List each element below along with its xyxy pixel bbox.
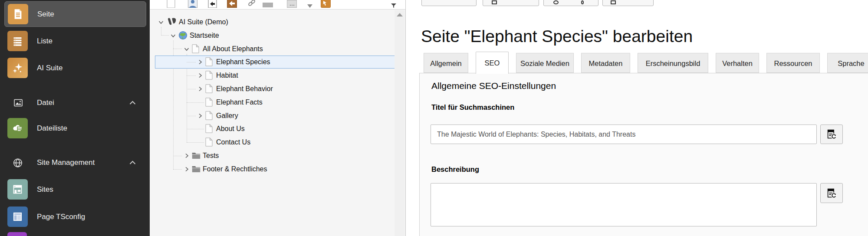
tree-item-startseite[interactable]: Startseite [150, 29, 395, 42]
tree-item-ai-suite-demo[interactable]: AI Suite (Demo) [150, 16, 395, 29]
tab-allgemein[interactable]: Allgemein [424, 53, 468, 73]
chevron-down-icon[interactable] [170, 33, 176, 39]
backend-user-section-page-icon[interactable] [187, 0, 198, 8]
tab-sprache[interactable]: Sprache [827, 53, 868, 73]
page-tree-toolbar [150, 0, 405, 10]
chevron-down-icon[interactable] [184, 46, 190, 52]
chevron-right-icon[interactable] [184, 166, 190, 172]
chevron-right-icon[interactable] [197, 72, 203, 79]
folder-icon [192, 152, 201, 159]
sidebar-item-label: Sites [37, 185, 53, 194]
tree-item-label: AI Suite (Demo) [179, 16, 228, 29]
tree-item-label: Tests [203, 149, 219, 162]
page-title: Seite "Elephant Species" bearbeiten [421, 27, 693, 46]
ai-generate-description-button[interactable] [820, 183, 843, 203]
sidebar-item-seite-content[interactable]: Seite [0, 4, 150, 24]
docheader-button-1[interactable] [421, 0, 477, 6]
tab-soziale-medien[interactable]: Soziale Medien [516, 53, 574, 73]
mountpoint-page-icon[interactable] [227, 0, 237, 8]
sidebar-item-datei[interactable]: Datei [0, 98, 150, 108]
tree-item-about-us[interactable]: About Us [150, 122, 395, 135]
tree-item-footer-rechtliches[interactable]: Footer & Rechtliches [150, 163, 395, 176]
sidebar-item-sites[interactable]: Sites [0, 179, 150, 200]
tree-item-label: All About Elephants [203, 43, 263, 56]
next-module-icon-partial[interactable] [7, 232, 27, 236]
tab-metadaten[interactable]: Metadaten [581, 53, 630, 73]
tree-item-label: About Us [216, 122, 245, 135]
more-page-types-icon[interactable] [307, 0, 313, 8]
ai-generate-title-button[interactable] [820, 125, 843, 144]
page-icon [205, 57, 213, 66]
docheader-button-icon [553, 0, 559, 4]
tab-verhalten[interactable]: Verhalten [716, 53, 759, 73]
chevron-right-icon[interactable] [197, 59, 203, 65]
section-heading: Allgemeine SEO-Einstellungen [431, 81, 556, 91]
seo-description-textarea[interactable] [431, 183, 817, 226]
sites-module-icon [7, 179, 28, 200]
docheader-button-4[interactable] [602, 0, 654, 6]
tree-scrollbar[interactable] [395, 10, 405, 236]
chevron-up-icon[interactable] [129, 101, 136, 105]
docheader-button-2[interactable] [483, 0, 539, 6]
page-icon [205, 71, 213, 80]
chevron-right-icon[interactable] [197, 113, 203, 119]
link-page-icon[interactable] [247, 0, 257, 8]
chevron-right-icon[interactable] [184, 153, 190, 159]
sidebar-item-ai-suite[interactable]: AI Suite [0, 58, 150, 78]
tree-item-label: Elephant Species [216, 56, 270, 69]
drag-new-page-icon[interactable] [320, 0, 331, 8]
scroll-up-icon[interactable] [397, 13, 403, 16]
sidebar-item-label: Site Management [37, 158, 95, 167]
tree-item-elephant-behavior[interactable]: Elephant Behavior [150, 82, 395, 95]
ai-generate-icon [827, 188, 837, 198]
sidebar-item-label: Page TSconfig [37, 213, 85, 221]
page-icon [205, 84, 213, 93]
module-sidebar: Seite Liste AI Suite Datei [0, 0, 150, 236]
globe-outline-icon [13, 157, 23, 168]
sidebar-item-page-tsconfig[interactable]: Page TSconfig [0, 206, 150, 227]
spacer-page-icon[interactable] [263, 0, 273, 8]
sysfolder-page-icon[interactable] [286, 0, 297, 8]
sidebar-item-label: Seite [37, 10, 54, 19]
image-outline-icon [13, 98, 23, 108]
tree-item-label: Contact Us [216, 136, 250, 149]
tree-item-label: Habitat [216, 69, 238, 82]
tree-item-elephant-facts[interactable]: Elephant Facts [150, 96, 395, 109]
shortcut-page-icon[interactable] [207, 0, 217, 8]
chevron-down-icon[interactable] [158, 19, 164, 25]
tree-item-tests[interactable]: Tests [150, 149, 395, 162]
tree-item-habitat[interactable]: Habitat [150, 69, 395, 82]
tab-seo[interactable]: SEO [476, 52, 509, 74]
docheader-button-3[interactable] [543, 0, 598, 6]
page-icon [205, 98, 213, 107]
seo-title-input[interactable] [431, 125, 817, 144]
tree-item-gallery[interactable]: Gallery [150, 109, 395, 122]
tree-item-label: Startseite [190, 29, 219, 42]
sidebar-item-dateiliste[interactable]: Dateiliste [0, 118, 150, 138]
tree-item-label: Elephant Facts [216, 96, 263, 109]
filter-icon[interactable] [388, 0, 399, 8]
seo-title-label: Titel für Suchmaschinen [431, 103, 514, 111]
page-icon [192, 44, 199, 53]
chevron-right-icon[interactable] [197, 86, 203, 92]
tree-item-elephant-species[interactable]: Elephant Species [150, 56, 395, 69]
ai-sparkles-icon [7, 58, 28, 78]
sidebar-item-label: Datei [37, 98, 54, 107]
tab-ressourcen[interactable]: Ressourcen [766, 53, 820, 73]
tab-erscheinungsbild[interactable]: Erscheinungsbild [638, 53, 708, 73]
page-icon [205, 124, 213, 133]
tree-item-all-about-elephants[interactable]: All About Elephants [150, 43, 395, 56]
new-page-icon[interactable] [166, 0, 176, 8]
page-module-icon [8, 4, 28, 24]
tree-item-contact-us[interactable]: Contact Us [150, 136, 395, 149]
sidebar-item-liste[interactable]: Liste [0, 31, 150, 51]
tree-item-label: Gallery [216, 109, 238, 122]
tree-item-label: Elephant Behavior [216, 82, 273, 95]
sidebar-item-site-management[interactable]: Site Management [0, 157, 150, 168]
form-content-panel: Seite "Elephant Species" bearbeiten Allg… [406, 0, 868, 236]
sidebar-item-label: AI Suite [37, 64, 63, 72]
typo3-logo-icon [167, 17, 176, 26]
chevron-up-icon[interactable] [129, 161, 136, 165]
list-module-icon [7, 31, 28, 51]
typo3-backend: Seite Liste AI Suite Datei [0, 0, 868, 236]
